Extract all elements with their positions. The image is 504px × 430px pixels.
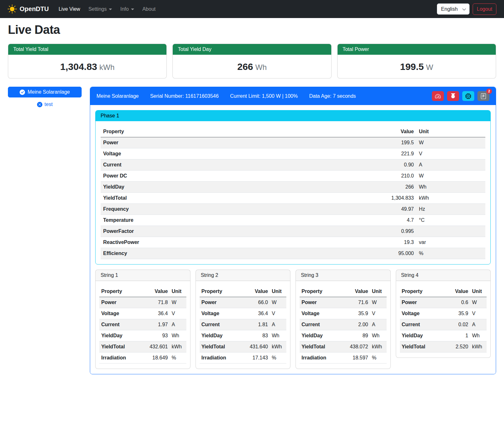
- inverter-test-label: test: [45, 102, 53, 107]
- row-property: YieldDay: [400, 330, 443, 341]
- power-button[interactable]: [447, 91, 459, 101]
- table-header-row: Property Value Unit: [400, 286, 487, 297]
- string-1-title: String 1: [96, 270, 190, 281]
- table-row: PowerFactor0.995: [101, 226, 485, 237]
- column-header-property: Property: [300, 286, 339, 297]
- sun-icon: [8, 4, 17, 14]
- row-unit: W: [170, 297, 186, 308]
- row-property: YieldTotal: [200, 341, 239, 352]
- row-value: 36.4: [239, 308, 270, 319]
- row-unit: Wh: [270, 330, 286, 341]
- row-property: Voltage: [200, 308, 239, 319]
- row-value: 66.0: [239, 297, 270, 308]
- event-log-button[interactable]: 2: [477, 91, 489, 101]
- strings-row: String 1 Property Value Unit: [95, 270, 491, 369]
- inverter-item-test[interactable]: test: [8, 102, 82, 107]
- row-value: 49.97: [289, 204, 416, 215]
- row-value: 431.640: [239, 341, 270, 352]
- table-row: Voltage35.9V: [300, 308, 387, 319]
- row-value: 71.8: [139, 297, 170, 308]
- row-property: Power DC: [101, 171, 289, 182]
- logout-button[interactable]: Logout: [473, 3, 496, 15]
- event-count-badge: 2: [486, 89, 492, 94]
- string-1-table: Property Value Unit Power71.8WVoltage36.…: [99, 286, 186, 364]
- row-unit: Wh: [416, 182, 485, 193]
- language-select[interactable]: English: [437, 3, 470, 15]
- card-total-power: Total Power 199.5W: [337, 44, 496, 78]
- row-property: Voltage: [300, 308, 339, 319]
- table-header-row: Property Value Unit: [101, 126, 485, 137]
- language-select-wrapper: English: [437, 3, 470, 15]
- table-row: Power71.8W: [99, 297, 186, 308]
- card-total-yield-total-body: 1,304.83kWh: [8, 55, 166, 78]
- inverter-card-body: Phase 1 Property Value Unit Power199.5WV…: [90, 105, 496, 374]
- phase-card: Phase 1 Property Value Unit Power199.5WV…: [95, 110, 491, 265]
- total-yield-day-value: 266: [237, 61, 253, 72]
- brand[interactable]: OpenDTU: [8, 4, 49, 14]
- nav-item-live-view[interactable]: Live View: [54, 4, 84, 15]
- inverter-card: Meine Solaranlage Serial Number: 1161716…: [90, 87, 496, 374]
- nav-links: Live View Settings Info About: [54, 4, 160, 15]
- row-property: YieldDay: [200, 330, 239, 341]
- row-value: 0.90: [289, 159, 416, 171]
- table-row: ReactivePower19.3var: [101, 237, 485, 248]
- nav-item-info[interactable]: Info: [116, 4, 138, 15]
- summary-cards: Total Yield Total 1,304.83kWh Total Yiel…: [8, 44, 496, 78]
- row-value: 93: [139, 330, 170, 341]
- table-row: Frequency49.97Hz: [101, 204, 485, 215]
- table-row: Power71.6W: [300, 297, 387, 308]
- row-unit: A: [470, 319, 487, 330]
- column-header-unit: Unit: [170, 286, 186, 297]
- row-property: Current: [400, 319, 443, 330]
- total-yield-day-unit: Wh: [255, 63, 267, 72]
- row-unit: kWh: [470, 341, 487, 352]
- row-value: 0.6: [443, 297, 470, 308]
- row-unit: %: [416, 248, 485, 259]
- row-unit: W: [416, 137, 485, 148]
- card-total-yield-day-header: Total Yield Day: [173, 44, 331, 55]
- string-4-title: String 4: [396, 270, 491, 281]
- row-property: Irradiation: [300, 352, 339, 364]
- row-property: YieldDay: [101, 182, 289, 193]
- row-property: YieldDay: [99, 330, 139, 341]
- column-header-unit: Unit: [416, 126, 485, 137]
- string-card-2: String 2 Property Value Unit: [196, 270, 291, 369]
- row-property: Current: [101, 159, 289, 171]
- inverter-select-button[interactable]: Meine Solaranlage: [8, 87, 82, 97]
- total-power-value: 199.5: [400, 61, 424, 72]
- page-content: Live Data Total Yield Total 1,304.83kWh …: [0, 23, 504, 384]
- column-header-value: Value: [289, 126, 416, 137]
- row-unit: A: [370, 319, 387, 330]
- content-row: Meine Solaranlage test Meine Solaranlage…: [8, 87, 496, 374]
- string-4-body: Property Value Unit Power0.6WVoltage35.9…: [396, 281, 491, 358]
- row-property: YieldTotal: [400, 341, 443, 352]
- row-unit: var: [416, 237, 485, 248]
- row-unit: %: [370, 352, 387, 364]
- nav-item-about[interactable]: About: [138, 4, 160, 15]
- row-property: Power: [200, 297, 239, 308]
- row-unit: Wh: [170, 330, 186, 341]
- table-header-row: Property Value Unit: [99, 286, 186, 297]
- cpu-icon: [465, 93, 471, 99]
- limit-settings-button[interactable]: [432, 91, 444, 101]
- string-2-title: String 2: [196, 270, 290, 281]
- row-value: 1: [443, 330, 470, 341]
- row-value: 0.02: [443, 319, 470, 330]
- check-circle-icon: [20, 90, 25, 95]
- nav-item-settings[interactable]: Settings: [84, 4, 116, 15]
- card-total-yield-day-body: 266Wh: [173, 55, 331, 78]
- row-unit: W: [370, 297, 387, 308]
- table-header-row: Property Value Unit: [200, 286, 287, 297]
- row-value: 1.97: [139, 319, 170, 330]
- string-card-3: String 3 Property Value Unit: [296, 270, 391, 369]
- string-3-table: Property Value Unit Power71.6WVoltage35.…: [300, 286, 387, 364]
- row-value: 19.3: [289, 237, 416, 248]
- string-4-table: Property Value Unit Power0.6WVoltage35.9…: [400, 286, 487, 352]
- row-value: 83: [239, 330, 270, 341]
- row-unit: [416, 226, 485, 237]
- device-info-button[interactable]: [462, 91, 474, 101]
- table-row: Voltage221.9V: [101, 148, 485, 159]
- table-header-row: Property Value Unit: [300, 286, 387, 297]
- total-yield-total-value: 1,304.83: [60, 61, 97, 72]
- row-value: 210.0: [289, 171, 416, 182]
